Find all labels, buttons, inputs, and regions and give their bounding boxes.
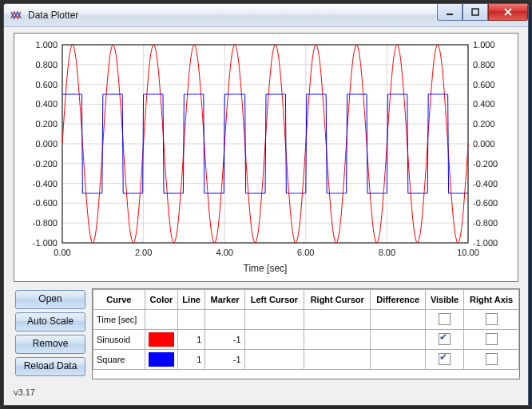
table-row[interactable]: Square1-1 [93,350,519,370]
cell-visible[interactable] [425,330,463,350]
col-marker[interactable]: Marker [205,290,244,310]
col-curve[interactable]: Curve [93,290,145,310]
cell-marker[interactable]: -1 [205,350,244,370]
reload-button[interactable]: Reload Data [15,357,85,376]
minimize-button[interactable] [437,4,463,21]
app-window: Data Plotter 0.002.004.006.008.0010.00-1… [3,3,529,406]
svg-text:0.000: 0.000 [35,139,58,149]
cell-line[interactable]: 1 [177,330,205,350]
rightaxis-checkbox[interactable] [486,313,498,325]
svg-text:-0.200: -0.200 [473,159,498,169]
cell-marker[interactable]: -1 [205,330,244,350]
col-line[interactable]: Line [177,290,205,310]
svg-text:0.600: 0.600 [473,80,495,89]
cell-left-cursor[interactable] [244,350,304,370]
autoscale-button[interactable]: Auto Scale [15,312,85,332]
svg-text:-1.000: -1.000 [473,238,498,248]
visible-checkbox[interactable] [439,333,451,345]
window-title: Data Plotter [28,10,78,21]
svg-text:0.000: 0.000 [473,139,495,149]
table-header-row: Curve Color Line Marker Left Cursor Righ… [93,290,519,310]
cell-visible[interactable] [425,310,463,330]
version-label: v3.17 [14,387,35,397]
rightaxis-checkbox[interactable] [486,333,498,345]
svg-text:4.00: 4.00 [216,248,232,257]
app-icon [10,9,23,22]
svg-text:-0.400: -0.400 [473,179,498,189]
close-button[interactable] [488,4,528,21]
svg-text:0.200: 0.200 [35,119,58,129]
svg-text:0.600: 0.600 [35,80,58,89]
svg-text:-0.600: -0.600 [473,198,498,208]
cell-curve-name[interactable]: Sinusoid [93,330,145,350]
cell-difference[interactable] [371,350,426,370]
col-diff[interactable]: Difference [371,290,426,310]
svg-text:-0.600: -0.600 [33,198,58,208]
cell-right-cursor[interactable] [304,350,371,370]
svg-text:0.200: 0.200 [473,119,495,129]
svg-rect-1 [472,9,478,15]
titlebar[interactable]: Data Plotter [4,4,528,27]
svg-text:2.00: 2.00 [135,248,152,257]
svg-text:-0.800: -0.800 [473,218,498,228]
svg-text:8.00: 8.00 [379,248,395,257]
rightaxis-checkbox[interactable] [486,353,498,365]
svg-text:-0.400: -0.400 [33,179,58,189]
svg-text:-1.000: -1.000 [33,238,58,248]
svg-text:0.400: 0.400 [473,99,495,109]
client-area: 0.002.004.006.008.0010.00-1.000-1.000-0.… [9,31,523,400]
cell-color[interactable] [145,310,177,330]
control-panel: Open Auto Scale Remove Reload Data Curve… [10,288,522,399]
svg-text:6.00: 6.00 [297,248,314,257]
cell-right-axis[interactable] [464,350,519,370]
table-row[interactable]: Sinusoid1-1 [93,330,519,350]
cell-curve-name[interactable]: Time [sec] [93,310,145,330]
window-buttons [437,4,528,20]
remove-button[interactable]: Remove [15,335,85,354]
svg-text:-0.800: -0.800 [33,218,58,228]
col-rcursor[interactable]: Right Cursor [304,290,371,310]
svg-text:Time [sec]: Time [sec] [244,263,288,274]
col-color[interactable]: Color [145,290,177,310]
cell-visible[interactable] [425,350,463,370]
cell-color[interactable] [145,350,177,370]
svg-text:0.800: 0.800 [35,60,58,69]
svg-text:0.800: 0.800 [473,60,495,69]
table-row[interactable]: Time [sec] [93,310,519,330]
curves-table[interactable]: Curve Color Line Marker Left Cursor Righ… [93,289,519,370]
cell-left-cursor[interactable] [244,330,304,350]
button-column: Open Auto Scale Remove Reload Data [10,288,90,379]
col-raxis[interactable]: Right Axis [464,290,519,310]
cell-curve-name[interactable]: Square [93,350,145,370]
cell-right-cursor[interactable] [304,330,371,350]
cell-difference[interactable] [371,310,426,330]
cell-color[interactable] [145,330,177,350]
cell-difference[interactable] [371,330,426,350]
cell-marker[interactable] [205,310,244,330]
col-lcursor[interactable]: Left Cursor [244,290,304,310]
svg-text:-0.200: -0.200 [33,159,58,169]
svg-text:10.00: 10.00 [457,248,479,257]
cell-right-axis[interactable] [464,310,519,330]
open-button[interactable]: Open [15,290,85,309]
plot-canvas[interactable]: 0.002.004.006.008.0010.00-1.000-1.000-0.… [14,34,516,280]
svg-rect-0 [447,14,453,15]
plot-panel[interactable]: 0.002.004.006.008.0010.00-1.000-1.000-0.… [14,33,518,282]
cell-right-axis[interactable] [464,330,519,350]
visible-checkbox[interactable] [439,353,451,365]
svg-text:1.000: 1.000 [473,40,495,50]
maximize-button[interactable] [463,4,488,21]
svg-text:1.000: 1.000 [35,40,58,50]
visible-checkbox[interactable] [439,313,451,325]
curves-table-container: Curve Color Line Marker Left Cursor Righ… [92,288,520,379]
cell-left-cursor[interactable] [244,310,304,330]
svg-text:0.00: 0.00 [54,248,70,257]
cell-line[interactable]: 1 [177,350,205,370]
svg-text:0.400: 0.400 [35,99,58,109]
cell-right-cursor[interactable] [304,310,371,330]
col-visible[interactable]: Visible [425,290,463,310]
cell-line[interactable] [177,310,205,330]
